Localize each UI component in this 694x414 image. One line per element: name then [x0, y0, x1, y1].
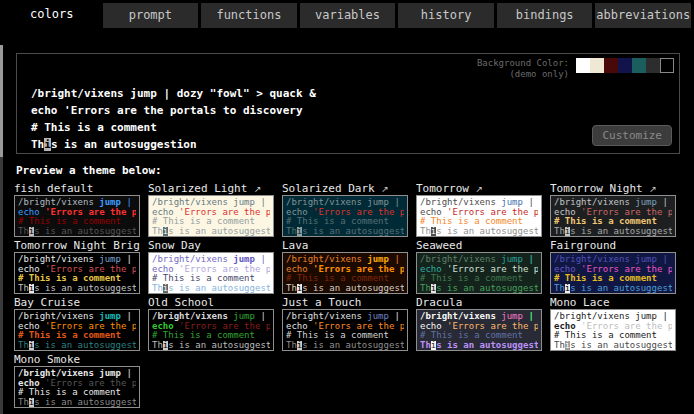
tab-history[interactable]: history [398, 3, 494, 28]
theme-seaweed[interactable]: Seaweed /bright/vixens jump | dozy " ech… [416, 239, 542, 294]
theme-preview[interactable]: /bright/vixens jump | dozy " echo 'Error… [282, 309, 408, 351]
preview-echo-line: echo 'Errors are the portals [152, 265, 270, 275]
theme-preview[interactable]: /bright/vixens jump | dozy " echo 'Error… [148, 195, 274, 237]
terminal-line-command: /bright/vixens jump | dozy "fowl" > quac… [31, 87, 679, 104]
theme-tomorrow[interactable]: Tomorrow ↗ /bright/vixens jump | dozy " … [416, 182, 542, 237]
customize-button[interactable]: Customize [592, 125, 672, 146]
terminal-cursor: i [44, 138, 51, 151]
background-color-label: Background Color: (demo only) [477, 58, 569, 80]
preview-command-line: /bright/vixens jump | dozy " [286, 198, 404, 208]
external-link-icon[interactable]: ↗ [254, 184, 262, 194]
theme-name[interactable]: Mono Lace [550, 296, 676, 309]
theme-preview[interactable]: /bright/vixens jump | dozy " echo 'Error… [14, 195, 140, 237]
theme-name[interactable]: Fairground [550, 239, 676, 252]
theme-name[interactable]: Tomorrow Night ↗ [550, 182, 676, 195]
theme-name[interactable]: Dracula [416, 296, 542, 309]
theme-name[interactable]: fish default [14, 182, 140, 195]
theme-name[interactable]: Bay Cruise [14, 296, 140, 309]
theme-preview[interactable]: /bright/vixens jump | dozy " echo 'Error… [148, 252, 274, 294]
preview-comment-line: # This is a comment [286, 274, 404, 284]
theme-preview[interactable]: /bright/vixens jump | dozy " echo 'Error… [14, 252, 140, 294]
theme-old-school[interactable]: Old School /bright/vixens jump | dozy " … [148, 296, 274, 351]
theme-name-text: Bay Cruise [14, 296, 80, 309]
bg-swatch[interactable] [576, 58, 590, 73]
tab-functions[interactable]: functions [201, 3, 297, 28]
theme-solarized-dark[interactable]: Solarized Dark ↗ /bright/vixens jump | d… [282, 182, 408, 237]
theme-name[interactable]: Tomorrow ↗ [416, 182, 542, 195]
theme-preview[interactable]: /bright/vixens jump | dozy " echo 'Error… [148, 309, 274, 351]
preview-comment-line: # This is a comment [286, 217, 404, 227]
tab-prompt[interactable]: prompt [103, 3, 199, 28]
bg-swatch[interactable] [632, 58, 646, 73]
external-link-icon[interactable]: ↗ [476, 184, 484, 194]
preview-command-line: /bright/vixens jump | dozy " [18, 369, 136, 379]
tab-label: history [421, 8, 472, 22]
preview-echo-line: echo 'Errors are the portals [420, 322, 538, 332]
preview-command-line: /bright/vixens jump | dozy " [152, 312, 270, 322]
external-link-icon[interactable]: ↗ [381, 184, 389, 194]
theme-name[interactable]: Tomorrow Night Bright ↗ [14, 239, 140, 252]
theme-name[interactable]: Solarized Light ↗ [148, 182, 274, 195]
theme-preview[interactable]: /bright/vixens jump | dozy " echo 'Error… [282, 195, 408, 237]
bg-swatch[interactable] [590, 58, 604, 73]
theme-fish-default[interactable]: fish default /bright/vixens jump | dozy … [14, 182, 140, 237]
bg-swatch[interactable] [604, 58, 618, 73]
terminal-demo-panel: Background Color: (demo only) /bright/vi… [16, 53, 680, 154]
theme-preview[interactable]: /bright/vixens jump | dozy " echo 'Error… [416, 309, 542, 351]
preview-command-line: /bright/vixens jump | dozy " [420, 198, 538, 208]
theme-lava[interactable]: Lava /bright/vixens jump | dozy " echo '… [282, 239, 408, 294]
theme-solarized-light[interactable]: Solarized Light ↗ /bright/vixens jump | … [148, 182, 274, 237]
tab-colors[interactable]: colors [4, 0, 100, 28]
autosuggestion-pre: Th [31, 138, 44, 151]
theme-name[interactable]: Lava [282, 239, 408, 252]
theme-name[interactable]: Solarized Dark ↗ [282, 182, 408, 195]
theme-name[interactable]: Just a Touch [282, 296, 408, 309]
theme-preview[interactable]: /bright/vixens jump | dozy " echo 'Error… [416, 195, 542, 237]
theme-preview[interactable]: /bright/vixens jump | dozy " echo 'Error… [550, 309, 676, 351]
theme-mono-lace[interactable]: Mono Lace /bright/vixens jump | dozy " e… [550, 296, 676, 351]
theme-name[interactable]: Old School [148, 296, 274, 309]
theme-name-text: Old School [148, 296, 214, 309]
theme-dracula[interactable]: Dracula /bright/vixens jump | dozy " ech… [416, 296, 542, 351]
external-link-icon[interactable]: ↗ [649, 184, 657, 194]
bg-swatch[interactable] [646, 58, 660, 73]
theme-name-text: Tomorrow [416, 182, 469, 195]
tab-label: functions [216, 8, 281, 22]
bg-swatches [576, 58, 674, 73]
tab-bindings[interactable]: bindings [497, 3, 593, 28]
theme-tomorrow-night-bright[interactable]: Tomorrow Night Bright ↗ /bright/vixens j… [14, 239, 140, 294]
theme-preview[interactable]: /bright/vixens jump | dozy " echo 'Error… [14, 309, 140, 351]
theme-preview[interactable]: /bright/vixens jump | dozy " echo 'Error… [416, 252, 542, 294]
theme-name-text: Snow Day [148, 239, 201, 252]
preview-echo-line: echo 'Errors are the portals [554, 265, 672, 275]
preview-autosuggestion-line: This is an autosuggestion [152, 284, 270, 294]
preview-echo-line: echo 'Errors are the portals [420, 265, 538, 275]
preview-command-line: /bright/vixens jump | dozy " [286, 255, 404, 265]
theme-name[interactable]: Snow Day [148, 239, 274, 252]
theme-tomorrow-night[interactable]: Tomorrow Night ↗ /bright/vixens jump | d… [550, 182, 676, 237]
theme-name-text: Fairground [550, 239, 616, 252]
preview-echo-line: echo 'Errors are the portals [554, 208, 672, 218]
theme-mono-smoke[interactable]: Mono Smoke /bright/vixens jump | dozy " … [14, 353, 140, 408]
bg-swatch[interactable] [660, 58, 674, 73]
theme-name[interactable]: Seaweed [416, 239, 542, 252]
theme-preview[interactable]: /bright/vixens jump | dozy " echo 'Error… [550, 252, 676, 294]
preview-autosuggestion-line: This is an autosuggestion [18, 341, 136, 351]
theme-name[interactable]: Mono Smoke [14, 353, 140, 366]
theme-preview[interactable]: /bright/vixens jump | dozy " echo 'Error… [282, 252, 408, 294]
theme-fairground[interactable]: Fairground /bright/vixens jump | dozy " … [550, 239, 676, 294]
preview-echo-line: echo 'Errors are the portals [18, 208, 136, 218]
left-scrollbar-strip[interactable] [0, 45, 3, 157]
theme-snow-day[interactable]: Snow Day /bright/vixens jump | dozy " ec… [148, 239, 274, 294]
preview-autosuggestion-line: This is an autosuggestion [286, 341, 404, 351]
theme-preview[interactable]: /bright/vixens jump | dozy " echo 'Error… [550, 195, 676, 237]
preview-comment-line: # This is a comment [18, 388, 136, 398]
theme-preview[interactable]: /bright/vixens jump | dozy " echo 'Error… [14, 366, 140, 408]
preview-autosuggestion-line: This is an autosuggestion [554, 227, 672, 237]
theme-just-a-touch[interactable]: Just a Touch /bright/vixens jump | dozy … [282, 296, 408, 351]
preview-echo-line: echo 'Errors are the portals [18, 265, 136, 275]
tab-abbreviations[interactable]: abbreviations [595, 3, 691, 28]
theme-bay-cruise[interactable]: Bay Cruise /bright/vixens jump | dozy " … [14, 296, 140, 351]
bg-swatch[interactable] [618, 58, 632, 73]
tab-variables[interactable]: variables [300, 3, 396, 28]
